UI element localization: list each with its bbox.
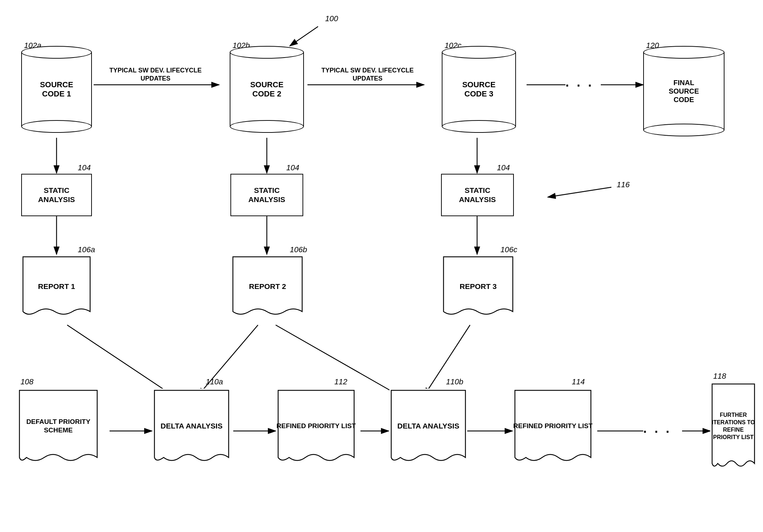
ref-116-label: 116 [617, 180, 630, 189]
ref-106a: 106a [78, 245, 95, 254]
sw-dev-label-2: TYPICAL SW DEV. LIFECYCLE UPDATES [316, 66, 419, 83]
ref-114: 114 [572, 377, 585, 386]
svg-line-17 [67, 325, 173, 396]
sa2-label: STATIC ANALYSIS [248, 186, 285, 205]
source-code-1: SOURCE CODE 1 [21, 52, 92, 126]
refined-priority-list-2: REFINED PRIORITY LIST [513, 389, 593, 470]
r2-label: REPORT 2 [249, 282, 286, 291]
sc1-label: SOURCE CODE 1 [21, 52, 92, 126]
cyl-top-1 [21, 46, 92, 59]
cyl-top-2 [230, 46, 304, 59]
sa1-label: STATIC ANALYSIS [38, 186, 75, 205]
ref-110b: 110b [446, 377, 463, 386]
report-3: REPORT 3 [442, 255, 515, 322]
sw-dev-label-1: TYPICAL SW DEV. LIFECYCLE UPDATES [104, 66, 207, 83]
delta-analysis-2: DELTA ANALYSIS [389, 389, 467, 470]
final-source-code: FINAL SOURCE CODE [643, 52, 724, 130]
final-sc-label: FINAL SOURCE CODE [643, 52, 724, 130]
report-2: REPORT 2 [231, 255, 304, 322]
ref-104-3: 104 [497, 163, 510, 172]
static-analysis-1: STATIC ANALYSIS [21, 174, 92, 216]
report-1: REPORT 1 [21, 255, 92, 322]
rpl2-label: REFINED PRIORITY LIST [513, 422, 593, 430]
source-code-2: SOURCE CODE 2 [230, 52, 304, 126]
source-code-3: SOURCE CODE 3 [442, 52, 516, 126]
cyl-bottom-final [643, 124, 724, 136]
r1-label: REPORT 1 [38, 282, 75, 291]
cyl-top-3 [442, 46, 516, 59]
sc3-label: SOURCE CODE 3 [442, 52, 516, 126]
svg-line-21 [290, 26, 318, 46]
further-iterations: FURTHER ITERATIONS TO REFINE PRIORITY LI… [710, 382, 756, 478]
sa3-label: STATIC ANALYSIS [459, 186, 496, 205]
cyl-top-final [643, 46, 724, 59]
cyl-bottom-1 [21, 120, 92, 133]
ref-110a: 110a [206, 377, 223, 386]
da1-label: DELTA ANALYSIS [160, 421, 222, 431]
ellipsis-2: . . . [643, 421, 671, 436]
ref-106c: 106c [500, 245, 517, 254]
ellipsis-1: . . . [565, 75, 594, 90]
cyl-bottom-3 [442, 120, 516, 133]
ref-104-2: 104 [286, 163, 299, 172]
delta-analysis-1: DELTA ANALYSIS [153, 389, 230, 470]
svg-line-22 [548, 187, 611, 197]
ref-108: 108 [20, 377, 34, 386]
static-analysis-2: STATIC ANALYSIS [230, 174, 303, 216]
ref-104-1: 104 [78, 163, 91, 172]
further-label: FURTHER ITERATIONS TO REFINE PRIORITY LI… [710, 412, 756, 441]
default-priority-scheme: DEFAULT PRIORITY SCHEME [18, 389, 99, 470]
refined-priority-list-1: REFINED PRIORITY LIST [276, 389, 356, 470]
r3-label: REPORT 3 [459, 282, 497, 291]
sc2-label: SOURCE CODE 2 [230, 52, 304, 126]
dps-label: DEFAULT PRIORITY SCHEME [18, 418, 99, 435]
ref-106b: 106b [290, 245, 307, 254]
rpl1-label: REFINED PRIORITY LIST [276, 422, 356, 430]
ref-100-label: 100 [325, 14, 338, 23]
ref-112: 112 [334, 377, 347, 386]
ref-118: 118 [713, 372, 726, 381]
cyl-bottom-2 [230, 120, 304, 133]
da2-label: DELTA ANALYSIS [397, 421, 459, 431]
static-analysis-3: STATIC ANALYSIS [441, 174, 514, 216]
